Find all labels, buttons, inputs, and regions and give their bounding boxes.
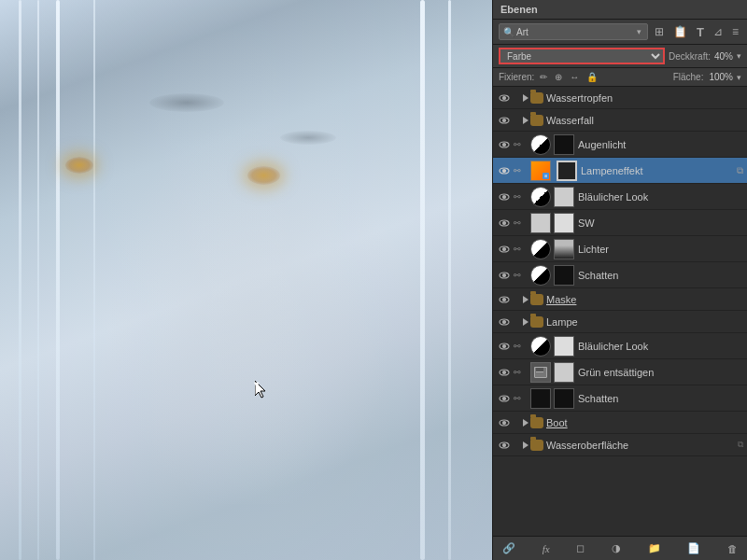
eye-visibility-schatten-2[interactable]	[497, 391, 512, 406]
opacity-label: Deckkraft:	[669, 51, 711, 62]
blend-mode-select[interactable]: Farbe	[499, 48, 665, 64]
opacity-value[interactable]: 40%	[714, 51, 733, 62]
layer-group-icon[interactable]: 📋	[670, 24, 690, 39]
group-triangle-maske[interactable]	[523, 296, 529, 303]
layer-name-lampe: Lampe	[546, 316, 743, 328]
thumb-schatten-2	[530, 388, 551, 409]
layer-name-wassertropfen: Wassertropfen	[546, 92, 743, 104]
fix-pencil-icon[interactable]: ✏	[538, 71, 549, 83]
folder-icon-lampe	[530, 316, 543, 328]
svg-point-9	[503, 195, 506, 198]
layer-row-sw[interactable]: ⚯ SW	[493, 210, 747, 236]
delete-layer-button[interactable]: 🗑	[724, 541, 741, 556]
search-box[interactable]: 🔍 Art ▾	[499, 23, 648, 40]
layer-row-wasseroberflaeche[interactable]: Wasseroberfläche ⧉	[493, 434, 747, 456]
layer-row-blaulicher-look-2[interactable]: ⚯ Bläulicher Look	[493, 333, 747, 359]
type-icon[interactable]: T	[694, 24, 707, 40]
eye-visibility-maske[interactable]	[497, 292, 512, 307]
group-triangle-wasseroberflaeche[interactable]	[523, 441, 529, 449]
add-adjustment-button[interactable]: ◑	[608, 540, 625, 556]
opacity-dropdown-arrow[interactable]: ▾	[737, 51, 741, 61]
layer-link-gruen: ⚯	[512, 365, 523, 380]
eye-visibility-blaulicher-2[interactable]	[497, 339, 512, 354]
eye-visibility-gruen[interactable]	[497, 365, 512, 380]
layer-row-wassertropfen[interactable]: Wassertropfen	[493, 87, 747, 109]
new-layer-button[interactable]: 📄	[684, 540, 704, 556]
eye-visibility-lampeneffekt[interactable]	[497, 163, 512, 178]
search-type-label: Art	[516, 27, 529, 37]
layer-row-maske[interactable]: Maske	[493, 288, 747, 311]
layer-link-wasserfall	[512, 113, 523, 128]
layer-row-schatten-1[interactable]: ⚯ Schatten	[493, 262, 747, 288]
flaeche-dropdown-arrow[interactable]: ▾	[737, 73, 741, 82]
layer-name-wasserfall: Wasserfall	[546, 115, 743, 126]
channels-icon[interactable]: ⊿	[711, 24, 726, 39]
add-mask-button[interactable]: ◻	[572, 540, 588, 556]
layer-name-schatten-1: Schatten	[578, 270, 743, 281]
eye-visibility-wasserfall[interactable]	[497, 113, 512, 128]
folder-icon-wasseroberflaeche	[530, 440, 543, 451]
svg-point-25	[503, 397, 506, 399]
more-icon[interactable]: ≡	[729, 24, 741, 39]
layer-row-lampe[interactable]: Lampe	[493, 311, 747, 333]
svg-point-17	[503, 298, 506, 301]
layer-link-augenlicht: ⚯	[512, 137, 523, 152]
layer-row-wasserfall[interactable]: Wasserfall	[493, 109, 747, 132]
layer-name-maske: Maske	[546, 294, 743, 305]
thumb-lampeneffekt: ⊞	[530, 161, 551, 181]
fix-transform-icon[interactable]: ↔	[568, 71, 581, 83]
layer-name-schatten-2: Schatten	[578, 393, 743, 404]
duplicate-icon-lampeneffekt[interactable]: ⧉	[737, 165, 743, 176]
folder-icon-wasserfall	[530, 115, 543, 126]
eye-visibility-augenlicht[interactable]	[497, 137, 512, 152]
svg-point-29	[503, 443, 506, 446]
svg-point-15	[503, 273, 506, 276]
mask-blaulicher-1	[554, 187, 574, 207]
group-triangle-wassertropfen[interactable]	[523, 94, 529, 102]
fix-move-icon[interactable]: ⊕	[553, 71, 564, 83]
duplicate-icon-wasseroberflaeche[interactable]: ⧉	[738, 440, 743, 450]
group-triangle-boot[interactable]	[523, 419, 529, 427]
svg-point-23	[503, 371, 506, 373]
eye-visibility-boot[interactable]	[497, 415, 512, 430]
layer-row-blaulicher-look-1[interactable]: ⚯ Bläulicher Look	[493, 184, 747, 210]
search-dropdown-arrow[interactable]: ▾	[637, 27, 641, 36]
new-group-button[interactable]: 📁	[644, 540, 665, 556]
layer-row-gruen-entsaettigen[interactable]: ⚯ Grün entsättigen	[493, 359, 747, 385]
group-triangle-lampe[interactable]	[523, 318, 529, 326]
eye-visibility-sw[interactable]	[497, 216, 512, 231]
layer-row-boot[interactable]: Boot	[493, 412, 747, 434]
layer-row-augenlicht[interactable]: ⚯ Augenlicht	[493, 132, 747, 158]
layer-effects-button[interactable]: fx	[539, 541, 554, 556]
eye-visibility-wassertropfen[interactable]	[497, 91, 512, 105]
new-layer-icon[interactable]: ⊞	[652, 24, 667, 39]
layer-link-schatten-2: ⚯	[512, 391, 523, 406]
eye-visibility-blaulicher-1[interactable]	[497, 189, 512, 204]
fix-lock-icon[interactable]: 🔒	[585, 71, 599, 83]
svg-point-1	[503, 96, 506, 99]
layer-link-blaulicher-1: ⚯	[512, 189, 523, 204]
layer-name-gruen: Grün entsättigen	[578, 367, 743, 378]
group-triangle-wasserfall[interactable]	[523, 117, 529, 124]
eye-visibility-wasseroberflaeche[interactable]	[497, 438, 512, 453]
svg-point-3	[503, 119, 506, 121]
flaeche-label: Fläche:	[673, 72, 704, 82]
link-layers-button[interactable]: 🔗	[499, 540, 519, 556]
layer-name-blaulicher-2: Bläulicher Look	[578, 341, 743, 352]
layer-row-schatten-2[interactable]: ⚯ Schatten	[493, 385, 747, 412]
layer-list[interactable]: Wassertropfen Wasserfall ⚯ Augenlicht	[493, 87, 747, 536]
thumb-lichter	[530, 239, 551, 259]
mask-blaulicher-2	[554, 336, 574, 357]
svg-point-13	[503, 247, 506, 250]
eye-visibility-lampe[interactable]	[497, 315, 512, 329]
layers-bottom-toolbar: 🔗 fx ◻ ◑ 📁 📄 🗑	[493, 536, 747, 560]
layer-name-augenlicht: Augenlicht	[578, 139, 743, 150]
layer-row-lampeneffekt[interactable]: ⚯ ⊞ Lampeneffekt ⧉	[493, 158, 747, 184]
svg-point-21	[503, 344, 506, 347]
folder-icon-maske	[530, 294, 543, 305]
layer-row-lichter[interactable]: ⚯ Lichter	[493, 236, 747, 262]
eye-visibility-lichter[interactable]	[497, 242, 512, 257]
flaeche-value[interactable]: 100%	[709, 72, 733, 82]
fixieren-row: Fixieren: ✏ ⊕ ↔ 🔒 Fläche: 100% ▾	[493, 68, 747, 87]
eye-visibility-schatten-1[interactable]	[497, 268, 512, 283]
